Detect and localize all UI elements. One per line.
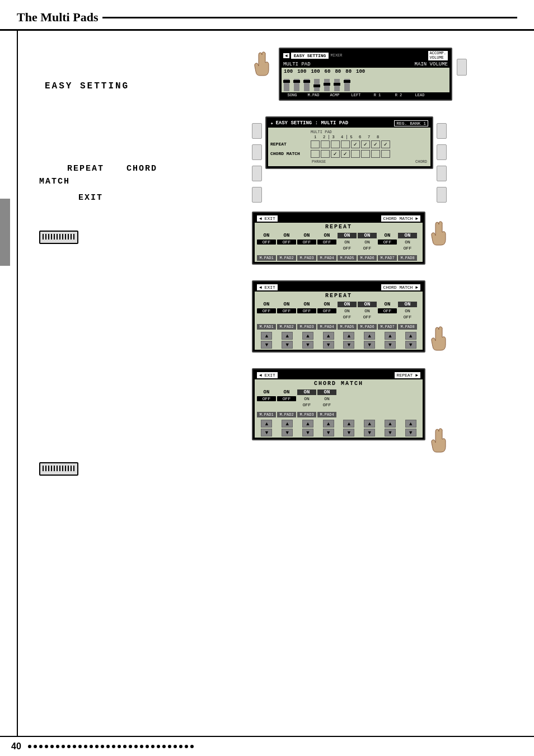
arr-up-5[interactable]: ▲: [343, 332, 354, 340]
s5-arr-dn-6[interactable]: ▼: [364, 429, 375, 436]
vol4: 60: [325, 69, 331, 74]
side-btn-l1[interactable]: [252, 123, 262, 139]
s4-title: REPEAT: [255, 292, 423, 300]
ch-r2: R 2: [389, 93, 408, 97]
cm-cell-2: [321, 150, 330, 158]
rep-cell-8: ✓: [381, 140, 390, 148]
side-btn-r1[interactable]: [457, 59, 467, 76]
s3-chord-match-btn[interactable]: CHORD MATCH ►: [381, 215, 420, 222]
rep-cell-3: [331, 140, 340, 148]
s5-arr-up-8[interactable]: ▲: [405, 420, 416, 428]
s3-off7: OFF: [378, 240, 397, 245]
side-btn-r3[interactable]: [437, 144, 447, 160]
cm-cell-8: [381, 150, 390, 158]
arr-up-7[interactable]: ▲: [385, 332, 396, 340]
s5-on4: ON: [317, 389, 336, 395]
s5-arr-dn-8[interactable]: ▼: [405, 429, 416, 436]
cm-cell-7: [371, 150, 380, 158]
s4-off7: OFF: [378, 308, 397, 313]
side-btn-l3[interactable]: [252, 166, 262, 181]
arr-dn-5[interactable]: ▼: [343, 341, 354, 349]
s5-arr-up-5[interactable]: ▲: [343, 420, 354, 428]
ch-lead: LEAD: [410, 93, 429, 97]
s3-pad3: M.PAD3: [297, 255, 316, 261]
s4-on8: ON: [398, 302, 417, 307]
page-header: The Multi Pads: [0, 0, 534, 31]
s4-pad7: M.PAD7: [378, 324, 397, 330]
side-btn-r5[interactable]: [437, 187, 447, 203]
arr-dn-4[interactable]: ▼: [323, 341, 334, 349]
s5-arr-up-6[interactable]: ▲: [364, 420, 375, 428]
s1-arrow-left[interactable]: ◄: [283, 53, 289, 58]
vol6: 80: [345, 69, 352, 74]
s4-exit-btn[interactable]: ◄ EXIT: [257, 284, 278, 290]
rep-cell-7: ✓: [371, 140, 380, 148]
side-btn-r2[interactable]: [437, 123, 447, 139]
arr-up-3[interactable]: ▲: [302, 332, 313, 340]
side-btn-l2[interactable]: [252, 144, 262, 160]
pn3: 3: [329, 135, 338, 139]
arr-up-8[interactable]: ▲: [405, 332, 416, 340]
arr-dn-3[interactable]: ▼: [302, 341, 313, 349]
s5-arr-up-7[interactable]: ▲: [385, 420, 396, 428]
arr-up-6[interactable]: ▲: [364, 332, 375, 340]
s5-arr-dn-2[interactable]: ▼: [282, 429, 293, 436]
page-number: 40: [11, 741, 21, 752]
s4-off5: ON: [338, 308, 357, 313]
screen1-container: ◄ EASY SETTING MIXER ACCOMP.VOLUME MULTI…: [252, 48, 523, 107]
s5-arr-dn-7[interactable]: ▼: [385, 429, 396, 436]
s5-arr-up-3[interactable]: ▲: [302, 420, 313, 428]
s5-arr-dn-5[interactable]: ▼: [343, 429, 354, 436]
s5-arr-dn-4[interactable]: ▼: [323, 429, 334, 436]
page-title: The Multi Pads: [17, 10, 98, 25]
s3-on7: ON: [378, 233, 397, 238]
screen3-display: ◄ EXIT CHORD MATCH ► REPEAT ON ON ON: [252, 212, 425, 271]
s1-tab-accomp[interactable]: ACCOMP.VOLUME: [428, 51, 448, 60]
screen2-container: ✦ EASY SETTING : MULTI PAD REG. BANK 1 M…: [252, 116, 523, 203]
repeat-chord-section: REPEAT CHORD MATCH EXIT: [67, 164, 241, 203]
side-btn-l4[interactable]: [252, 187, 262, 203]
pn2: 2: [320, 135, 329, 139]
s3-off1: OFF: [257, 240, 276, 245]
phrase-divider: PHRASE: [312, 159, 326, 164]
s1-tab-easy[interactable]: EASY SETTING: [291, 53, 329, 59]
s5-arr-up-2[interactable]: ▲: [282, 420, 293, 428]
vol3: 100: [311, 69, 320, 74]
arr-dn-1[interactable]: ▼: [261, 341, 272, 349]
chord-match-row-label: CHORD MATCH: [270, 151, 311, 156]
arr-up-1[interactable]: ▲: [261, 332, 272, 340]
arr-dn-8[interactable]: ▼: [405, 341, 416, 349]
s4-on5: ON: [338, 302, 357, 307]
s5-repeat-btn[interactable]: REPEAT ►: [395, 372, 420, 378]
arr-dn-2[interactable]: ▼: [282, 341, 293, 349]
s3-on8: ON: [398, 233, 417, 238]
arr-dn-7[interactable]: ▼: [385, 341, 396, 349]
footer-dots: [28, 745, 194, 748]
s5-arr-dn-1[interactable]: ▼: [261, 429, 272, 436]
arr-up-2[interactable]: ▲: [282, 332, 293, 340]
s4-off6: ON: [358, 308, 377, 313]
s4-chord-match-btn[interactable]: CHORD MATCH ►: [381, 284, 420, 290]
s5-pad3: M.PAD3: [297, 412, 316, 417]
s5-arr-up-4[interactable]: ▲: [323, 420, 334, 428]
s3-off6b: OFF: [358, 246, 377, 251]
side-btn-r4[interactable]: [437, 166, 447, 181]
pn1: 1: [311, 135, 320, 139]
s2-multipad-label: MULTI PAD: [311, 130, 332, 134]
arr-up-4[interactable]: ▲: [323, 332, 334, 340]
s3-exit-btn[interactable]: ◄ EXIT: [257, 215, 278, 222]
s4-on4: ON: [317, 302, 336, 307]
s1-tab-mixer[interactable]: MIXER: [330, 53, 342, 58]
hand-icon-1: [252, 48, 274, 81]
screen5-display: ◄ EXIT REPEAT ► CHORD MATCH ON ON ON: [252, 368, 425, 447]
s5-arr-dn-3[interactable]: ▼: [302, 429, 313, 436]
screen4-display: ◄ EXIT CHORD MATCH ► REPEAT ON ON ON: [252, 280, 425, 359]
arr-dn-6[interactable]: ▼: [364, 341, 375, 349]
keyboard-icon-1: [39, 231, 241, 244]
vol1: 100: [284, 69, 293, 74]
s3-off6-empty: ON: [358, 240, 377, 245]
s5-arr-up-1[interactable]: ▲: [261, 420, 272, 428]
ch-song: SONG: [283, 93, 302, 97]
s5-exit-btn[interactable]: ◄ EXIT: [257, 372, 278, 378]
s5-off2: OFF: [277, 396, 296, 401]
